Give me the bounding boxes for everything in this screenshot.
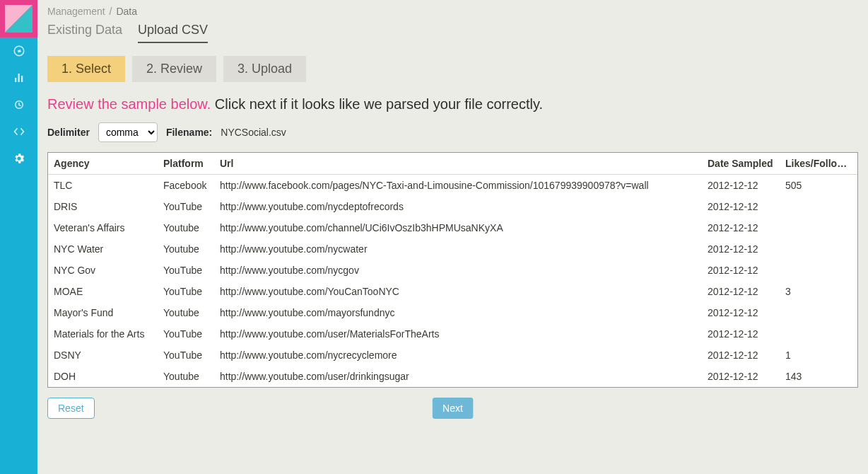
table-row: DSNYYouTubehttp://www.youtube.com/nycrec… (48, 345, 857, 366)
cell-agency: Veteran's Affairs (48, 217, 158, 238)
col-url[interactable]: Url (214, 153, 702, 175)
cell-likes (780, 238, 857, 260)
cell-url: http://www.youtube.com/nycgov (214, 260, 702, 281)
step-select[interactable]: 1. Select (47, 56, 125, 82)
delimiter-label: Delimiter (47, 127, 90, 138)
cell-likes (780, 196, 857, 217)
review-highlight: Review the sample below. (47, 96, 211, 112)
cell-date: 2012-12-12 (702, 302, 780, 323)
cell-likes (780, 217, 857, 238)
cell-likes (780, 302, 857, 323)
table-row: NYC GovYouTubehttp://www.youtube.com/nyc… (48, 260, 857, 281)
col-platform[interactable]: Platform (158, 153, 214, 175)
review-instruction: Review the sample below. Click next if i… (37, 89, 868, 122)
cell-platform: Youtube (158, 238, 214, 260)
kibana-logo[interactable] (0, 0, 37, 37)
cell-agency: DOH (48, 366, 158, 387)
cell-url: http://www.youtube.com/YouCanTooNYC (214, 281, 702, 302)
app-sidebar (0, 0, 37, 474)
cell-date: 2012-12-12 (702, 345, 780, 366)
col-agency[interactable]: Agency (48, 153, 158, 175)
step-review[interactable]: 2. Review (132, 56, 216, 82)
cell-date: 2012-12-12 (702, 217, 780, 238)
cell-platform: YouTube (158, 260, 214, 281)
tab-upload-csv[interactable]: Upload CSV (138, 23, 208, 43)
cell-url: http://www.youtube.com/nycrecyclemore (214, 345, 702, 366)
breadcrumb-current: Data (116, 6, 137, 17)
next-button[interactable]: Next (432, 398, 474, 419)
reset-button[interactable]: Reset (47, 398, 95, 419)
cell-url: http://www.youtube.com/nycwater (214, 238, 702, 260)
preview-table: Agency Platform Url Date Sampled Likes/F… (47, 152, 858, 388)
breadcrumb-separator: / (108, 6, 114, 17)
cell-agency: Materials for the Arts (48, 323, 158, 345)
cell-date: 2012-12-12 (702, 281, 780, 302)
cell-platform: Facebook (158, 175, 214, 197)
table-row: Mayor's FundYoutubehttp://www.youtube.co… (48, 302, 857, 323)
table-header-row: Agency Platform Url Date Sampled Likes/F… (48, 153, 857, 175)
delimiter-select[interactable]: comma (98, 122, 158, 142)
cell-url: http://www.youtube.com/channel/UCi6IvOsz… (214, 217, 702, 238)
cell-likes: 1 (780, 345, 857, 366)
table-row: DOHYoutubehttp://www.youtube.com/user/dr… (48, 366, 857, 387)
cell-date: 2012-12-12 (702, 260, 780, 281)
upload-steps: 1. Select 2. Review 3. Upload (37, 43, 868, 89)
cell-platform: YouTube (158, 196, 214, 217)
col-likes[interactable]: Likes/Follow... (780, 153, 857, 175)
cell-url: http://www.youtube.com/user/drinkingsuga… (214, 366, 702, 387)
parse-settings: Delimiter comma Filename: NYCSocial.csv (37, 122, 868, 152)
cell-date: 2012-12-12 (702, 175, 780, 197)
cell-likes: 143 (780, 366, 857, 387)
cell-agency: Mayor's Fund (48, 302, 158, 323)
visualize-icon[interactable] (0, 64, 37, 91)
breadcrumb-root[interactable]: Management (47, 6, 105, 17)
cell-agency: MOAE (48, 281, 158, 302)
breadcrumb: Management / Data (37, 0, 868, 20)
filename-value: NYCSocial.csv (221, 127, 286, 138)
cell-likes: 3 (780, 281, 857, 302)
cell-platform: YouTube (158, 281, 214, 302)
cell-url: http://www.youtube.com/user/MaterialsFor… (214, 323, 702, 345)
table-row: Veteran's AffairsYoutubehttp://www.youtu… (48, 217, 857, 238)
cell-platform: YouTube (158, 323, 214, 345)
cell-date: 2012-12-12 (702, 366, 780, 387)
footer-actions: Reset Next (37, 388, 868, 419)
cell-agency: TLC (48, 175, 158, 197)
cell-date: 2012-12-12 (702, 238, 780, 260)
cell-agency: DRIS (48, 196, 158, 217)
data-tabs: Existing Data Upload CSV (37, 20, 868, 43)
table-row: TLCFacebookhttp://www.facebook.com/pages… (48, 175, 857, 197)
review-rest: Click next if it looks like we parsed yo… (215, 96, 543, 112)
col-date[interactable]: Date Sampled (702, 153, 780, 175)
cell-platform: YouTube (158, 345, 214, 366)
cell-likes (780, 260, 857, 281)
cell-agency: NYC Gov (48, 260, 158, 281)
devtools-icon[interactable] (0, 118, 37, 145)
cell-url: http://www.youtube.com/mayorsfundnyc (214, 302, 702, 323)
table-row: NYC WaterYoutubehttp://www.youtube.com/n… (48, 238, 857, 260)
cell-platform: Youtube (158, 366, 214, 387)
step-upload[interactable]: 3. Upload (223, 56, 306, 82)
discover-icon[interactable] (0, 37, 37, 64)
management-icon[interactable] (0, 145, 37, 172)
table-row: DRISYouTubehttp://www.youtube.com/nycdep… (48, 196, 857, 217)
cell-url: http://www.facebook.com/pages/NYC-Taxi-a… (214, 175, 702, 197)
cell-likes (780, 323, 857, 345)
table-row: MOAEYouTubehttp://www.youtube.com/YouCan… (48, 281, 857, 302)
cell-date: 2012-12-12 (702, 323, 780, 345)
cell-agency: DSNY (48, 345, 158, 366)
timelion-icon[interactable] (0, 91, 37, 118)
cell-date: 2012-12-12 (702, 196, 780, 217)
table-row: Materials for the ArtsYouTubehttp://www.… (48, 323, 857, 345)
cell-platform: Youtube (158, 217, 214, 238)
cell-likes: 505 (780, 175, 857, 197)
tab-existing-data[interactable]: Existing Data (47, 23, 122, 43)
cell-agency: NYC Water (48, 238, 158, 260)
cell-url: http://www.youtube.com/nycdeptofrecords (214, 196, 702, 217)
filename-label: Filename: (166, 127, 212, 138)
main-panel: Management / Data Existing Data Upload C… (37, 0, 868, 474)
cell-platform: Youtube (158, 302, 214, 323)
